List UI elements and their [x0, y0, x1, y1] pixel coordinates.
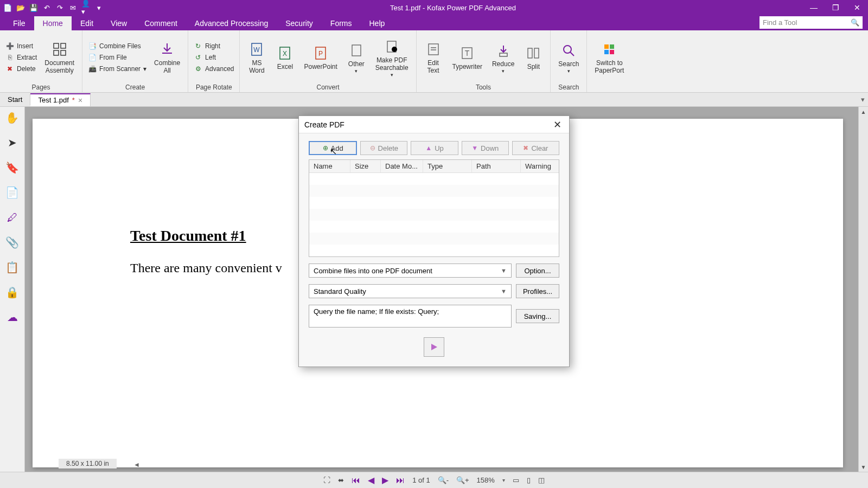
qat-more-icon[interactable]: ▾: [94, 3, 103, 12]
clear-button[interactable]: ✖Clear: [512, 141, 559, 155]
hand-tool-icon[interactable]: ✋: [5, 110, 20, 125]
save-icon[interactable]: 💾: [29, 3, 38, 12]
bookmark-icon[interactable]: 🔖: [5, 160, 20, 175]
cloud-icon[interactable]: ☁: [5, 310, 20, 325]
lock-icon[interactable]: 🔒: [5, 285, 20, 300]
zoom-in-icon[interactable]: 🔍+: [456, 476, 469, 484]
dialog-close-icon[interactable]: ✕: [551, 119, 564, 131]
make-searchable-button[interactable]: Make PDF Searchable▾: [372, 36, 412, 79]
saving-button[interactable]: Saving...: [516, 309, 559, 323]
tab-forms[interactable]: Forms: [322, 16, 361, 30]
tab-home[interactable]: Home: [34, 16, 72, 30]
tab-advanced[interactable]: Advanced Processing: [186, 16, 277, 30]
extract-button[interactable]: ⎘Extract: [4, 53, 38, 62]
view-mode-1-icon[interactable]: ▭: [513, 476, 519, 484]
insert-button[interactable]: ➕Insert: [4, 41, 38, 51]
col-path[interactable]: Path: [472, 160, 521, 172]
quality-select[interactable]: Standard Quality▼: [309, 284, 512, 298]
convert-excel-button[interactable]: XExcel: [272, 43, 297, 72]
find-tool-input[interactable]: Find a Tool 🔍: [760, 16, 863, 29]
table-body[interactable]: [309, 173, 559, 254]
combine-all-button[interactable]: Combine All: [151, 39, 183, 76]
saving-info-textbox[interactable]: Query the file name; If file exists: Que…: [309, 305, 512, 328]
stamp-icon[interactable]: 🖊: [5, 210, 20, 225]
split-button[interactable]: Split: [521, 43, 546, 72]
col-size[interactable]: Size: [350, 160, 381, 172]
document-assembly-button[interactable]: Document Assembly: [41, 39, 78, 76]
tab-start[interactable]: Start: [0, 94, 30, 105]
search-button[interactable]: Search▾: [555, 40, 582, 75]
tab-security[interactable]: Security: [277, 16, 322, 30]
zoom-level[interactable]: 158%: [477, 476, 495, 484]
view-mode-2-icon[interactable]: ▯: [527, 476, 531, 484]
edit-text-button[interactable]: Edit Text: [421, 39, 446, 76]
tab-edit[interactable]: Edit: [72, 16, 102, 30]
split-icon: [524, 44, 542, 62]
redo-icon[interactable]: ↷: [55, 3, 64, 12]
last-page-icon[interactable]: ⏭: [396, 476, 405, 485]
tab-close-icon[interactable]: ×: [78, 96, 82, 105]
next-page-icon[interactable]: ▶: [382, 475, 388, 485]
ribbon-group-pages: ➕Insert ⎘Extract ✖Delete Document Assemb…: [0, 30, 82, 92]
rotate-advanced-button[interactable]: ⚙Advanced: [193, 64, 235, 74]
pages-panel-icon[interactable]: 📄: [5, 185, 20, 200]
convert-other-button[interactable]: Other▾: [344, 40, 369, 75]
move-up-button[interactable]: ▲Up: [411, 141, 458, 155]
svg-text:P: P: [318, 50, 323, 57]
file-list-table[interactable]: Name Size Date Mo... Type Path Warning: [309, 159, 559, 257]
hscroll-left-icon[interactable]: ◄: [133, 461, 140, 468]
tab-help[interactable]: Help: [361, 16, 394, 30]
col-type[interactable]: Type: [423, 160, 472, 172]
zoom-out-icon[interactable]: 🔍-: [438, 476, 449, 484]
add-button[interactable]: ⊕Add: [309, 141, 357, 155]
maximize-button[interactable]: ❐: [825, 0, 846, 15]
prev-page-icon[interactable]: ◀: [368, 475, 374, 485]
tab-document[interactable]: Test 1.pdf *×: [30, 93, 91, 106]
combine-files-button[interactable]: 📑Combine Files: [87, 41, 148, 51]
from-scanner-button[interactable]: 📠From Scanner ▾: [87, 64, 148, 74]
profiles-button[interactable]: Profiles...: [516, 284, 559, 298]
convert-word-button[interactable]: WMS Word: [244, 39, 269, 76]
undo-icon[interactable]: ↶: [42, 3, 51, 12]
start-button[interactable]: [424, 337, 444, 357]
word-icon: W: [247, 40, 266, 59]
minimize-button[interactable]: ―: [803, 0, 825, 15]
fit-width-icon[interactable]: ⬌: [338, 476, 344, 484]
mail-icon[interactable]: ✉: [68, 3, 77, 12]
tab-dropdown-icon[interactable]: ▾: [861, 95, 868, 104]
delete-file-button[interactable]: ⊖Delete: [360, 141, 407, 155]
paperport-icon: [600, 40, 618, 59]
from-file-button[interactable]: 📄From File: [87, 53, 148, 62]
tab-view[interactable]: View: [102, 16, 136, 30]
other-icon: [347, 41, 366, 60]
zoom-dropdown-icon[interactable]: ▾: [502, 477, 505, 483]
scroll-up-icon[interactable]: ▲: [859, 107, 868, 117]
first-page-icon[interactable]: ⏮: [352, 476, 360, 485]
paperport-button[interactable]: Switch to PaperPort: [591, 39, 627, 76]
col-warning[interactable]: Warning: [521, 160, 559, 172]
delete-button[interactable]: ✖Delete: [4, 64, 38, 74]
option-button[interactable]: Option...: [516, 264, 559, 278]
view-mode-3-icon[interactable]: ◫: [538, 476, 545, 484]
col-name[interactable]: Name: [309, 160, 350, 172]
typewriter-button[interactable]: TTypewriter: [449, 43, 486, 72]
combine-mode-select[interactable]: Combine files into one PDF document▼: [309, 264, 512, 278]
move-down-button[interactable]: ▼Down: [462, 141, 509, 155]
close-button[interactable]: ✕: [846, 0, 868, 15]
dialog-titlebar[interactable]: Create PDF ✕: [299, 116, 569, 133]
open-icon[interactable]: 📂: [16, 3, 25, 12]
attachment-icon[interactable]: 📎: [5, 235, 20, 250]
scroll-down-icon[interactable]: ▼: [859, 462, 868, 472]
form-icon[interactable]: 📋: [5, 260, 20, 275]
person-icon[interactable]: 👤▾: [81, 3, 90, 12]
reduce-button[interactable]: Reduce▾: [489, 40, 518, 75]
tab-file[interactable]: File: [4, 16, 34, 30]
rotate-left-button[interactable]: ↺Left: [193, 53, 235, 62]
select-tool-icon[interactable]: ➤: [5, 135, 20, 150]
rotate-right-button[interactable]: ↻Right: [193, 41, 235, 51]
convert-ppt-button[interactable]: PPowerPoint: [301, 43, 340, 72]
fit-page-icon[interactable]: ⛶: [323, 476, 330, 484]
vertical-scrollbar[interactable]: ▲ ▼: [858, 107, 868, 472]
col-date[interactable]: Date Mo...: [381, 160, 423, 172]
tab-comment[interactable]: Comment: [136, 16, 186, 30]
